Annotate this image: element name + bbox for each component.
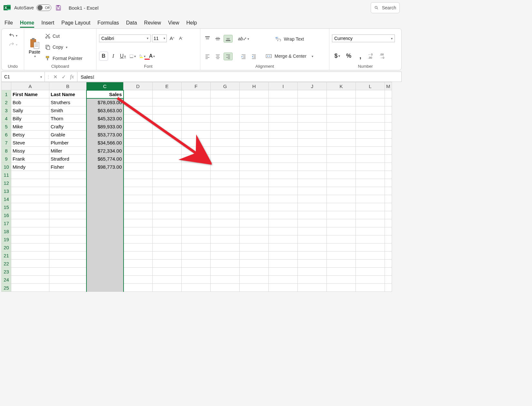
column-header-E[interactable]: E — [153, 82, 182, 90]
cell[interactable] — [269, 260, 298, 268]
cell[interactable] — [49, 227, 86, 235]
cell[interactable] — [124, 211, 153, 219]
undo-button[interactable]: ▾ — [7, 32, 19, 39]
cell[interactable] — [86, 171, 124, 179]
cell[interactable] — [327, 131, 356, 139]
cell[interactable] — [153, 163, 182, 171]
cell[interactable] — [385, 147, 392, 155]
cell[interactable] — [356, 276, 385, 284]
tab-file[interactable]: File — [5, 20, 13, 28]
cell[interactable] — [182, 284, 211, 292]
cell[interactable] — [298, 276, 327, 284]
cell[interactable] — [356, 163, 385, 171]
cell[interactable]: Grable — [49, 131, 86, 139]
cell[interactable] — [269, 203, 298, 211]
cell[interactable] — [327, 252, 356, 260]
cell[interactable] — [385, 187, 392, 195]
accounting-format-button[interactable]: $▾ — [332, 52, 342, 61]
cell[interactable] — [182, 90, 211, 98]
row-header[interactable]: 16 — [2, 211, 11, 219]
insert-function-button[interactable]: fx — [68, 73, 76, 81]
cell[interactable] — [327, 147, 356, 155]
cell[interactable]: Frank — [11, 155, 49, 163]
cell[interactable] — [211, 98, 240, 106]
cell[interactable] — [11, 211, 49, 219]
cell[interactable] — [269, 243, 298, 252]
cell[interactable]: Smith — [49, 106, 86, 114]
cell[interactable] — [124, 155, 153, 163]
merge-center-button[interactable]: Merge & Center▾ — [264, 52, 315, 61]
cell[interactable] — [298, 203, 327, 211]
cell[interactable] — [153, 187, 182, 195]
cell[interactable] — [211, 147, 240, 155]
cell[interactable] — [356, 98, 385, 106]
column-header-I[interactable]: I — [269, 82, 298, 90]
cell[interactable] — [298, 284, 327, 292]
cell[interactable] — [211, 195, 240, 203]
cell[interactable] — [327, 90, 356, 98]
cell[interactable] — [211, 187, 240, 195]
cell[interactable] — [182, 139, 211, 147]
cell[interactable] — [86, 179, 124, 187]
cell[interactable] — [211, 163, 240, 171]
cell[interactable] — [211, 123, 240, 131]
cell[interactable] — [298, 260, 327, 268]
row-header[interactable]: 17 — [2, 219, 11, 227]
cell[interactable] — [327, 171, 356, 179]
cell[interactable] — [240, 268, 269, 276]
cell[interactable] — [211, 260, 240, 268]
cell[interactable] — [356, 211, 385, 219]
cell[interactable] — [298, 131, 327, 139]
cell[interactable] — [182, 106, 211, 114]
cell[interactable] — [298, 139, 327, 147]
decrease-indent-button[interactable] — [239, 53, 248, 60]
cell[interactable] — [124, 171, 153, 179]
cell[interactable] — [124, 147, 153, 155]
cell[interactable] — [11, 203, 49, 211]
column-header-M[interactable]: M — [385, 82, 392, 90]
row-header[interactable]: 6 — [2, 131, 11, 139]
cell[interactable] — [124, 123, 153, 131]
cell[interactable] — [211, 276, 240, 284]
cell[interactable]: Fisher — [49, 163, 86, 171]
cell[interactable] — [182, 268, 211, 276]
cell[interactable] — [49, 235, 86, 243]
decrease-font-button[interactable]: Aˇ — [177, 35, 185, 42]
row-header[interactable]: 18 — [2, 227, 11, 235]
cell[interactable] — [385, 203, 392, 211]
cell[interactable] — [153, 219, 182, 227]
cell[interactable]: $34,566.00 — [86, 139, 124, 147]
cell[interactable] — [356, 187, 385, 195]
cell[interactable] — [153, 195, 182, 203]
cell[interactable] — [86, 243, 124, 252]
cell[interactable] — [124, 268, 153, 276]
cell[interactable] — [327, 179, 356, 187]
cell[interactable] — [211, 235, 240, 243]
cell[interactable] — [356, 131, 385, 139]
cell[interactable] — [385, 179, 392, 187]
cell[interactable] — [240, 106, 269, 114]
cell[interactable] — [49, 187, 86, 195]
row-header[interactable]: 4 — [2, 114, 11, 123]
tab-view[interactable]: View — [168, 20, 179, 28]
cell[interactable]: Miller — [49, 147, 86, 155]
cell[interactable]: Betsy — [11, 131, 49, 139]
cell[interactable] — [240, 235, 269, 243]
cell[interactable] — [356, 260, 385, 268]
cell[interactable] — [240, 243, 269, 252]
font-size-select[interactable]: 11▾ — [152, 35, 167, 42]
cell[interactable] — [124, 139, 153, 147]
cell[interactable] — [385, 276, 392, 284]
row-header[interactable]: 9 — [2, 155, 11, 163]
cell[interactable]: Missy — [11, 147, 49, 155]
cell[interactable] — [124, 163, 153, 171]
row-header[interactable]: 24 — [2, 276, 11, 284]
cell[interactable] — [86, 227, 124, 235]
cell[interactable] — [240, 284, 269, 292]
cell[interactable] — [124, 98, 153, 106]
cell[interactable] — [240, 227, 269, 235]
cell[interactable] — [49, 219, 86, 227]
cell[interactable] — [240, 163, 269, 171]
row-header[interactable]: 21 — [2, 252, 11, 260]
cell[interactable] — [327, 106, 356, 114]
